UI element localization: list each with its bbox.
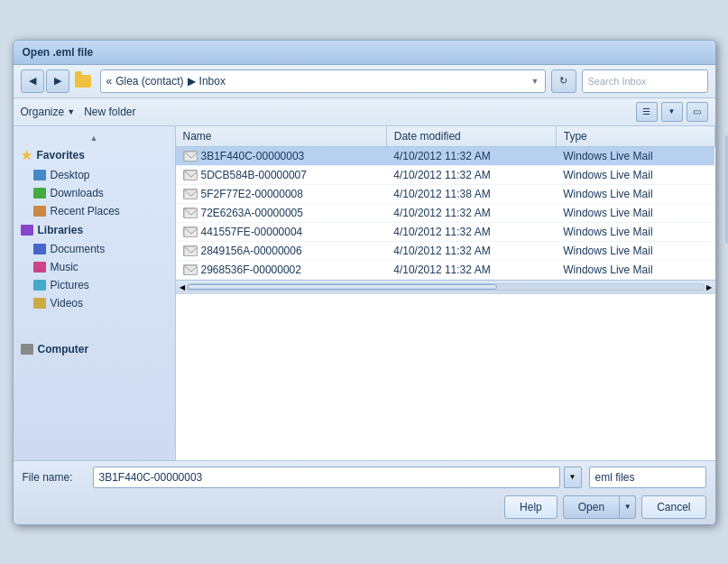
documents-icon: [33, 244, 46, 254]
file-table: Name Date modified Type 3B1F440C-0000000…: [176, 126, 715, 280]
favorites-label: Favorites: [37, 149, 85, 162]
breadcrumb-arrow: ▶: [188, 75, 196, 88]
new-folder-label: New folder: [84, 106, 135, 118]
table-row[interactable]: 2968536F-000000024/10/2012 11:32 AMWindo…: [176, 260, 715, 279]
table-row[interactable]: 2849156A-000000064/10/2012 11:32 AMWindo…: [176, 241, 715, 260]
view-preview-button[interactable]: ▭: [687, 102, 708, 122]
file-type-cell: Windows Live Mail: [556, 260, 714, 279]
computer-label: Computer: [38, 343, 89, 356]
table-row[interactable]: 5DCB584B-000000074/10/2012 11:32 AMWindo…: [176, 165, 715, 184]
file-name-text: 5F2F77E2-00000008: [201, 188, 303, 200]
file-date-cell: 4/10/2012 11:32 AM: [386, 203, 556, 222]
file-date-cell: 4/10/2012 11:32 AM: [386, 241, 556, 260]
recent-places-icon: [33, 206, 46, 217]
filetype-field[interactable]: [589, 467, 706, 488]
sidebar-item-downloads[interactable]: Downloads: [14, 184, 175, 202]
breadcrumb-bar[interactable]: « Glea (contact) ▶ Inbox ▼: [100, 69, 546, 93]
music-icon: [33, 262, 46, 273]
videos-label: Videos: [51, 297, 83, 310]
h-scroll-left-arrow[interactable]: ◀: [180, 283, 185, 291]
breadcrumb-part1: Glea (contact): [115, 75, 183, 88]
view-controls: ☰ ▼ ▭: [636, 102, 708, 122]
refresh-button[interactable]: ↻: [551, 69, 576, 93]
file-name-text: 5DCB584B-00000007: [201, 169, 307, 181]
file-list: Name Date modified Type 3B1F440C-0000000…: [176, 126, 715, 460]
h-scroll-track[interactable]: [187, 283, 705, 291]
table-row[interactable]: 441557FE-000000044/10/2012 11:32 AMWindo…: [176, 222, 715, 241]
file-name-cell: 441557FE-00000004: [176, 222, 387, 241]
organize-label: Organize: [21, 106, 65, 118]
sidebar-item-desktop[interactable]: Desktop: [14, 166, 175, 184]
h-scroll-thumb[interactable]: [188, 284, 497, 290]
libraries-icon: [21, 225, 33, 236]
table-row[interactable]: 3B1F440C-000000034/10/2012 11:32 AMWindo…: [176, 146, 715, 165]
downloads-icon: [33, 188, 46, 199]
downloads-label: Downloads: [51, 187, 104, 199]
table-row[interactable]: 72E6263A-000000054/10/2012 11:32 AMWindo…: [176, 203, 715, 222]
cancel-button[interactable]: Cancel: [641, 495, 705, 519]
col-type[interactable]: Type: [556, 126, 714, 147]
open-button[interactable]: Open: [563, 495, 620, 519]
dialog-title-bar: Open .eml file: [14, 41, 715, 65]
desktop-icon: [33, 170, 46, 180]
table-row[interactable]: 5F2F77E2-000000084/10/2012 11:38 AMWindo…: [176, 184, 715, 203]
organize-button[interactable]: Organize ▼: [21, 106, 76, 118]
file-name-cell: 2968536F-00000002: [176, 260, 387, 279]
file-date-cell: 4/10/2012 11:38 AM: [386, 184, 556, 203]
email-icon: [183, 264, 198, 275]
recent-label: Recent Places: [51, 205, 120, 217]
email-icon: [183, 227, 198, 237]
col-name[interactable]: Name: [176, 126, 387, 147]
file-date-cell: 4/10/2012 11:32 AM: [386, 260, 556, 279]
file-name-text: 3B1F440C-00000003: [201, 150, 305, 162]
folder-icon: [75, 75, 91, 88]
main-content: ▲ ★ Favorites Desktop Downloads Recent P…: [14, 126, 715, 460]
forward-button[interactable]: ▶: [46, 69, 69, 93]
help-button[interactable]: Help: [504, 495, 558, 519]
filename-input[interactable]: [93, 467, 560, 488]
sidebar-item-documents[interactable]: Documents: [14, 240, 175, 258]
pictures-icon: [33, 280, 46, 291]
sidebar-item-videos[interactable]: Videos: [14, 294, 175, 312]
horizontal-scrollbar[interactable]: ◀ ▶: [176, 280, 715, 294]
email-icon: [183, 170, 198, 180]
videos-icon: [33, 298, 46, 309]
sidebar-scroll-up[interactable]: ▲: [14, 132, 175, 144]
filename-row: File name: ▼: [23, 467, 706, 488]
email-icon: [183, 189, 198, 199]
music-label: Music: [51, 261, 78, 273]
libraries-label: Libraries: [38, 224, 84, 236]
pictures-label: Pictures: [51, 279, 89, 291]
computer-icon: [21, 344, 33, 355]
sidebar-item-music[interactable]: Music: [14, 258, 175, 276]
filename-label: File name:: [23, 471, 86, 484]
col-date[interactable]: Date modified: [386, 126, 556, 147]
email-icon: [183, 151, 198, 162]
sidebar-computer-header[interactable]: Computer: [14, 339, 175, 359]
sidebar-libraries-header[interactable]: Libraries: [14, 220, 175, 240]
email-icon: [183, 208, 198, 218]
back-button[interactable]: ◀: [21, 69, 44, 93]
sidebar-favorites-header[interactable]: ★ Favorites: [14, 144, 175, 166]
file-type-cell: Windows Live Mail: [556, 184, 714, 203]
documents-label: Documents: [51, 243, 106, 255]
view-dropdown-button[interactable]: ▼: [661, 102, 683, 122]
open-button-group: Open ▼: [563, 495, 636, 519]
sidebar-item-pictures[interactable]: Pictures: [14, 276, 175, 294]
search-box[interactable]: Search Inbox: [582, 69, 708, 93]
open-dropdown-button[interactable]: ▼: [620, 495, 636, 519]
table-header-row: Name Date modified Type: [176, 126, 715, 147]
file-type-cell: Windows Live Mail: [556, 203, 714, 222]
view-list-button[interactable]: ☰: [636, 102, 658, 122]
file-name-text: 72E6263A-00000005: [201, 207, 303, 219]
sidebar-item-recent-places[interactable]: Recent Places: [14, 202, 175, 220]
new-folder-button[interactable]: New folder: [84, 106, 135, 118]
file-name-cell: 5F2F77E2-00000008: [176, 184, 387, 203]
search-placeholder: Search Inbox: [588, 76, 647, 87]
action-bar: Organize ▼ New folder ☰ ▼ ▭: [14, 98, 715, 126]
filename-dropdown-arrow[interactable]: ▼: [564, 467, 582, 488]
h-scroll-right-arrow[interactable]: ▶: [706, 283, 712, 291]
breadcrumb-dropdown-icon[interactable]: ▼: [531, 77, 539, 86]
file-name-text: 2849156A-00000006: [201, 245, 302, 257]
button-row: Help Open ▼ Cancel: [23, 495, 706, 519]
